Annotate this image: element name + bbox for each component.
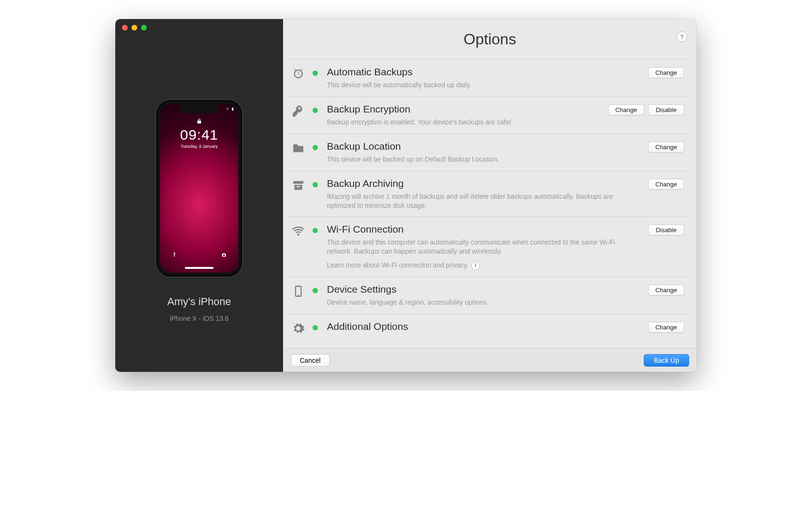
status-dot	[313, 288, 318, 293]
option-title: Automatic Backups	[327, 66, 635, 78]
status-dot	[313, 108, 318, 113]
disable-button[interactable]: Disable	[648, 225, 684, 235]
lockscreen-shortcuts	[160, 252, 238, 259]
option-row-backup-encryption: Backup Encryption Backup encryption is e…	[287, 96, 689, 133]
footer: Cancel Back Up	[283, 348, 697, 372]
option-row-automatic-backups: Automatic Backups This device will be au…	[287, 59, 689, 96]
device-name: Amy's iPhone	[167, 296, 231, 308]
key-icon	[288, 103, 309, 118]
phone-notch	[180, 104, 218, 113]
option-row-device-settings: Device Settings Device name, language & …	[287, 276, 689, 314]
back-up-button[interactable]: Back Up	[644, 354, 689, 367]
help-button[interactable]: ?	[677, 31, 687, 42]
option-description: This device will be automatically backed…	[327, 81, 635, 90]
option-title: Additional Options	[327, 321, 635, 332]
info-icon[interactable]: i	[471, 261, 480, 270]
window-controls	[122, 25, 147, 31]
close-window-button[interactable]	[122, 25, 128, 31]
change-button[interactable]: Change	[648, 67, 684, 78]
phone-screen: ᯤ ▮ 09:41 Tuesday, 9 January	[160, 104, 238, 273]
main-panel: Options ? Automatic Backups This device …	[283, 19, 697, 372]
option-description: This device will be backed up on Default…	[327, 155, 635, 164]
change-button[interactable]: Change	[648, 179, 684, 190]
sidebar: ᯤ ▮ 09:41 Tuesday, 9 January	[115, 19, 283, 372]
status-dot	[313, 182, 318, 187]
option-description: Backup encryption is enabled. Your devic…	[327, 118, 595, 127]
folder-icon	[288, 141, 309, 155]
change-button[interactable]: Change	[648, 285, 684, 296]
option-description: This device and this computer can automa…	[327, 238, 635, 270]
status-dot	[313, 325, 318, 330]
header: Options ?	[283, 19, 697, 59]
device-model-os: iPhone X - iOS 13.6	[170, 315, 229, 322]
phone-frame: ᯤ ▮ 09:41 Tuesday, 9 January	[156, 100, 242, 276]
phone-icon	[288, 284, 309, 298]
lockscreen-date: Tuesday, 9 January	[160, 144, 238, 149]
alarm-clock-icon	[288, 66, 309, 81]
battery-glyph-icon: ▮	[232, 107, 233, 111]
page-title: Options	[464, 31, 516, 48]
option-description-text: This device and this computer can automa…	[327, 238, 615, 255]
home-indicator	[185, 267, 213, 269]
status-dot	[313, 228, 318, 233]
option-row-backup-archiving: Backup Archiving iMazing will archive 1 …	[287, 171, 689, 217]
app-window: ᯤ ▮ 09:41 Tuesday, 9 January	[115, 19, 697, 372]
phone-status-bar: ᯤ ▮	[226, 107, 233, 111]
option-description: iMazing will archive 1 month of backups …	[327, 192, 635, 210]
option-title: Device Settings	[327, 284, 635, 295]
archive-icon	[288, 178, 309, 192]
learn-more-text: Learn more about Wi-Fi connection and pr…	[327, 261, 468, 270]
minimize-window-button[interactable]	[132, 25, 137, 31]
camera-icon	[221, 252, 227, 259]
option-row-wifi-connection: Wi-Fi Connection This device and this co…	[287, 216, 689, 276]
option-title: Wi-Fi Connection	[327, 224, 635, 235]
status-dot	[313, 71, 318, 76]
change-button[interactable]: Change	[608, 104, 644, 115]
option-title: Backup Archiving	[327, 178, 635, 189]
option-title: Backup Location	[327, 141, 635, 152]
option-description: Device name, language & region, accessib…	[327, 298, 635, 307]
lockscreen-time: 09:41	[160, 127, 238, 143]
gear-icon	[288, 321, 309, 335]
disable-button[interactable]: Disable	[648, 104, 684, 115]
lock-icon	[196, 118, 202, 125]
options-list[interactable]: Automatic Backups This device will be au…	[283, 59, 697, 348]
status-dot	[313, 145, 318, 150]
option-row-additional-options: Additional Options Change	[287, 314, 689, 335]
change-button[interactable]: Change	[648, 322, 684, 333]
flashlight-icon	[172, 252, 177, 259]
device-preview: ᯤ ▮ 09:41 Tuesday, 9 January	[156, 100, 242, 322]
wifi-icon	[288, 224, 309, 238]
wifi-glyph-icon: ᯤ	[226, 107, 230, 111]
zoom-window-button[interactable]	[141, 25, 147, 31]
cancel-button[interactable]: Cancel	[291, 354, 330, 367]
option-row-backup-location: Backup Location This device will be back…	[287, 133, 689, 171]
change-button[interactable]: Change	[648, 142, 684, 153]
option-title: Backup Encryption	[327, 103, 595, 115]
